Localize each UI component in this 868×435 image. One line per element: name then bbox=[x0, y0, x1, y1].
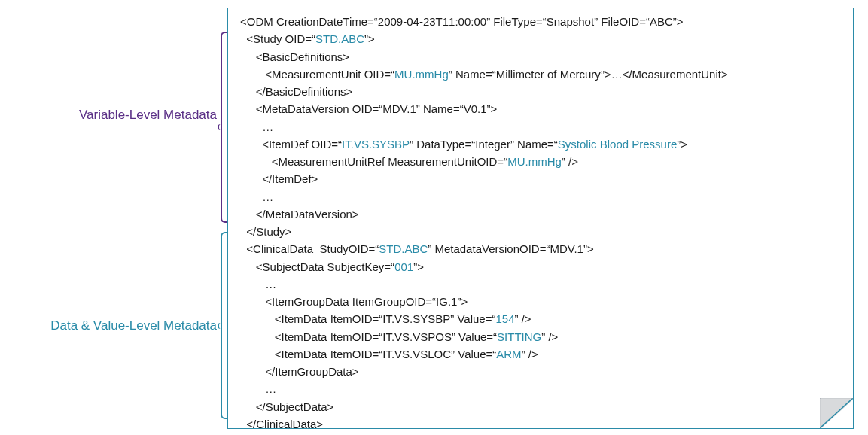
side-labels: Variable-Level Metadata Data & Value-Lev… bbox=[0, 0, 217, 435]
odm-creationdatetime: 2009-04-23T11:00:00 bbox=[378, 15, 486, 28]
item0-value: 154 bbox=[495, 312, 514, 325]
item2-value: ARM bbox=[496, 348, 521, 360]
study-oid: STD.ABC bbox=[315, 32, 364, 45]
item2-oid: IT.VS.VSLOC bbox=[382, 348, 451, 360]
xml-panel: <ODM CreationDateTime=“2009-04-23T11:00:… bbox=[227, 8, 854, 429]
odm-fileoid: ABC bbox=[650, 15, 673, 28]
cd-mdvoid: MDV.1 bbox=[550, 242, 583, 255]
xml-code: <ODM CreationDateTime=“2009-04-23T11:00:… bbox=[240, 13, 844, 429]
itemdef-datatype: Integer bbox=[475, 138, 510, 151]
itemgroup-oid: IG.1 bbox=[436, 295, 457, 308]
itemdef-oid: IT.VS.SYSBP bbox=[342, 138, 410, 151]
odm-filetype: Snapshot bbox=[547, 15, 594, 28]
label-variable-level-metadata: Variable-Level Metadata bbox=[79, 105, 217, 125]
mdv-oid: MDV.1 bbox=[382, 102, 416, 115]
subject-key: 001 bbox=[394, 260, 413, 273]
muref-oid: MU.mmHg bbox=[507, 155, 562, 168]
item1-oid: IT.VS.VSPOS bbox=[382, 330, 452, 343]
mu-oid: MU.mmHg bbox=[394, 68, 449, 81]
mdv-name: V0.1 bbox=[464, 102, 487, 115]
itemdef-name: Systolic Blood Pressure bbox=[558, 138, 677, 151]
item1-value: SITTING bbox=[497, 330, 541, 343]
cd-studyoid: STD.ABC bbox=[379, 242, 428, 255]
item0-oid: IT.VS.SYSBP bbox=[382, 312, 450, 325]
page-corner-outline bbox=[820, 398, 853, 428]
label-data-value-level-metadata: Data & Value-Level Metadata bbox=[50, 316, 217, 336]
page: Variable-Level Metadata Data & Value-Lev… bbox=[0, 0, 868, 435]
mu-name: Millimeter of Mercury bbox=[496, 68, 601, 81]
